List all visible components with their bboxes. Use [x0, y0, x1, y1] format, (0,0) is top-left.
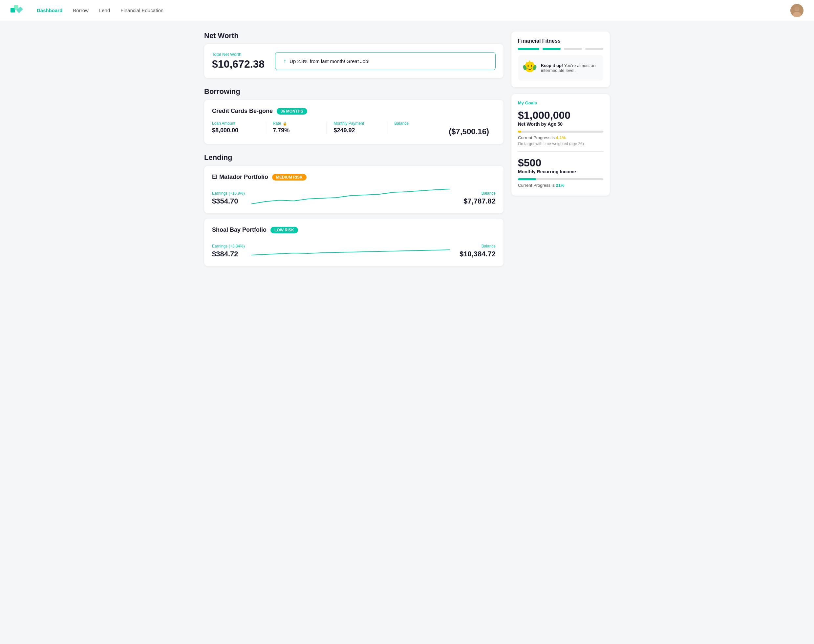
- loan-amount-value: $8,000.00: [212, 127, 259, 134]
- net-worth-badge: ↑ Up 2.8% from last month! Great Job!: [275, 52, 496, 70]
- goal-1-progress-fill: [518, 130, 521, 133]
- el-matador-balance-label: Balance: [456, 191, 496, 196]
- goals-title: My Goals: [518, 100, 603, 105]
- svg-point-8: [531, 65, 532, 67]
- fitness-bar-row: [518, 48, 603, 50]
- fitness-mascot-icon: [523, 60, 537, 76]
- el-matador-balance-value: $7,787.82: [456, 197, 496, 205]
- main-layout: Net Worth Total Net Worth $10,672.38 ↑ U…: [194, 21, 620, 277]
- goal-1-desc: Net Worth by Age 50: [518, 121, 603, 127]
- rate-label: Rate 🔒: [273, 121, 320, 126]
- el-matador-card: El Matador Portfolio MEDIUM RISK Earning…: [204, 166, 503, 213]
- fitness-bar-1: [518, 48, 539, 50]
- financial-fitness-card: Financial Fitness: [511, 32, 610, 87]
- net-worth-value-block: Total Net Worth $10,672.38: [212, 52, 265, 70]
- goal-1-progress-bar: [518, 130, 603, 133]
- goal-2-progress-bar: [518, 178, 603, 180]
- fitness-bar-2: [543, 48, 561, 50]
- goal-2-progress-fill: [518, 178, 536, 180]
- el-matador-earnings: Earnings (+10.9%) $354.70: [212, 191, 245, 205]
- logo[interactable]: [11, 5, 24, 16]
- shoal-bay-body: Earnings (+3.84%) $384.72 Balance $10,38…: [212, 239, 496, 258]
- nav-financial-education[interactable]: Financial Education: [120, 6, 164, 14]
- net-worth-badge-text: Up 2.8% from last month! Great Job!: [290, 58, 369, 64]
- svg-marker-10: [529, 60, 531, 63]
- rate-stat: Rate 🔒 7.79%: [273, 121, 327, 134]
- goal-2: $500 Monthly Recurring Income Current Pr…: [518, 157, 603, 188]
- shoal-bay-card: Shoal Bay Portfolio LOW RISK Earnings (+…: [204, 219, 503, 266]
- shoal-bay-chart: [251, 239, 450, 258]
- el-matador-earnings-value: $354.70: [212, 197, 245, 205]
- goal-2-desc: Monthly Recurring Income: [518, 169, 603, 174]
- el-matador-header: El Matador Portfolio MEDIUM RISK: [212, 174, 496, 181]
- rate-value: 7.79%: [273, 127, 320, 134]
- fitness-title: Financial Fitness: [518, 38, 603, 44]
- goal-2-amount: $500: [518, 157, 603, 169]
- nav-links: Dashboard Borrow Lend Financial Educatio…: [37, 6, 790, 14]
- low-risk-badge: LOW RISK: [270, 227, 298, 233]
- goals-card: My Goals $1,000,000 Net Worth by Age 50 …: [511, 94, 610, 196]
- net-worth-amount: $10,672.38: [212, 58, 265, 70]
- loan-title: Credit Cards Be-gone: [212, 108, 273, 115]
- balance-value: ($7,500.16): [394, 127, 489, 136]
- navbar: Dashboard Borrow Lend Financial Educatio…: [0, 0, 814, 21]
- loan-amount-stat: Loan Amount $8,000.00: [212, 121, 266, 134]
- fitness-bar-4: [585, 48, 603, 50]
- shoal-bay-earnings-label: Earnings (+3.84%): [212, 244, 245, 248]
- nav-lend[interactable]: Lend: [99, 6, 110, 14]
- balance-label: Balance: [394, 121, 489, 126]
- loan-stats: Loan Amount $8,000.00 Rate 🔒 7.79% Month…: [212, 121, 496, 136]
- goal-1-progress-text: Current Progress is 4.1%: [518, 135, 603, 140]
- el-matador-title: El Matador Portfolio: [212, 174, 268, 181]
- svg-point-7: [527, 65, 529, 67]
- net-worth-title: Net Worth: [204, 32, 503, 40]
- shoal-bay-balance: Balance $10,384.72: [456, 244, 496, 258]
- goal-2-progress-text: Current Progress is 21%: [518, 183, 603, 188]
- user-avatar[interactable]: [790, 4, 803, 17]
- nav-borrow[interactable]: Borrow: [73, 6, 89, 14]
- net-worth-section: Net Worth Total Net Worth $10,672.38 ↑ U…: [204, 32, 503, 78]
- goal-divider: [518, 151, 603, 152]
- lock-icon: 🔒: [283, 121, 287, 126]
- goal-1-sub-text: On target with time-weighted (age 26): [518, 141, 603, 146]
- borrowing-section: Borrowing Credit Cards Be-gone 36 MONTHS…: [204, 87, 503, 144]
- right-column: Financial Fitness: [511, 32, 610, 266]
- loan-header: Credit Cards Be-gone 36 MONTHS: [212, 108, 496, 115]
- nav-dashboard[interactable]: Dashboard: [37, 6, 62, 14]
- medium-risk-badge: MEDIUM RISK: [272, 174, 307, 181]
- borrowing-title: Borrowing: [204, 87, 503, 96]
- net-worth-card: Total Net Worth $10,672.38 ↑ Up 2.8% fro…: [204, 44, 503, 78]
- fitness-text: Keep it up! You're almost an intermediat…: [541, 63, 599, 73]
- goal-1-amount: $1,000,000: [518, 109, 603, 121]
- monthly-payment-label: Monthly Payment: [333, 121, 381, 126]
- lending-section: Lending El Matador Portfolio MEDIUM RISK…: [204, 153, 503, 266]
- net-worth-content: Total Net Worth $10,672.38 ↑ Up 2.8% fro…: [212, 52, 496, 70]
- months-badge: 36 MONTHS: [277, 108, 307, 115]
- monthly-payment-value: $249.92: [333, 127, 381, 134]
- up-arrow-icon: ↑: [283, 58, 286, 64]
- left-column: Net Worth Total Net Worth $10,672.38 ↑ U…: [204, 32, 503, 266]
- shoal-bay-balance-value: $10,384.72: [456, 250, 496, 258]
- svg-point-5: [795, 6, 799, 11]
- borrowing-card: Credit Cards Be-gone 36 MONTHS Loan Amou…: [204, 100, 503, 144]
- net-worth-label: Total Net Worth: [212, 52, 265, 57]
- shoal-bay-balance-label: Balance: [456, 244, 496, 248]
- el-matador-balance: Balance $7,787.82: [456, 191, 496, 205]
- goal-2-progress-value: 21%: [556, 183, 564, 188]
- svg-rect-1: [14, 5, 18, 10]
- shoal-bay-earnings: Earnings (+3.84%) $384.72: [212, 244, 245, 258]
- el-matador-chart: [251, 186, 450, 205]
- el-matador-body: Earnings (+10.9%) $354.70 Balance $7,787…: [212, 186, 496, 205]
- balance-stat: Balance ($7,500.16): [394, 121, 496, 136]
- el-matador-earnings-label: Earnings (+10.9%): [212, 191, 245, 196]
- goal-1: $1,000,000 Net Worth by Age 50 Current P…: [518, 109, 603, 146]
- shoal-bay-earnings-value: $384.72: [212, 250, 245, 258]
- goal-1-progress-value: 4.1%: [556, 135, 566, 140]
- loan-amount-label: Loan Amount: [212, 121, 259, 126]
- lending-title: Lending: [204, 153, 503, 162]
- fitness-bar-3: [564, 48, 582, 50]
- shoal-bay-header: Shoal Bay Portfolio LOW RISK: [212, 227, 496, 233]
- avatar-image: [790, 4, 803, 17]
- fitness-body: Keep it up! You're almost an intermediat…: [518, 55, 603, 81]
- monthly-payment-stat: Monthly Payment $249.92: [333, 121, 388, 134]
